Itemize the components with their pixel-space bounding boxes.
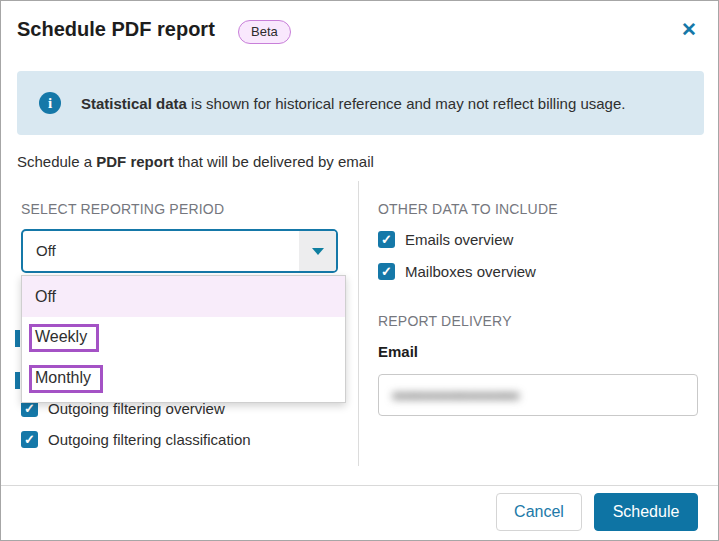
redacted-email-value: ●●●●●●●●●●●●●●●●● xyxy=(392,387,519,403)
report-delivery-label: REPORT DELIVERY xyxy=(378,313,512,329)
checkbox-checked[interactable]: ✓ xyxy=(21,431,38,448)
cancel-button[interactable]: Cancel xyxy=(496,493,582,531)
select-caret-zone[interactable] xyxy=(299,231,336,271)
chevron-down-icon xyxy=(312,248,324,255)
banner-text: Statistical data is shown for historical… xyxy=(81,95,625,112)
info-icon: i xyxy=(39,92,61,114)
footer-divider xyxy=(1,485,719,486)
beta-badge: Beta xyxy=(238,20,291,44)
close-icon[interactable]: ✕ xyxy=(677,18,701,42)
reporting-period-menu: Off Weekly Monthly xyxy=(21,275,346,403)
checkbox-label: Mailboxes overview xyxy=(405,263,536,280)
checkbox-checked[interactable]: ✓ xyxy=(378,231,395,248)
email-field[interactable]: ●●●●●●●●●●●●●●●●● xyxy=(378,374,698,416)
menu-option-off[interactable]: Off xyxy=(22,276,345,317)
reporting-period-select[interactable]: Off xyxy=(21,229,338,273)
checkbox-label: Emails overview xyxy=(405,231,513,248)
email-field-label: Email xyxy=(378,343,418,360)
menu-option-weekly[interactable]: Weekly xyxy=(22,317,345,358)
dialog-title: Schedule PDF report xyxy=(17,18,215,41)
reporting-period-label: SELECT REPORTING PERIOD xyxy=(21,201,224,217)
column-divider xyxy=(358,181,359,466)
checkbox-row-outgoing-classification: ✓ Outgoing filtering classification xyxy=(21,431,251,448)
select-value: Off xyxy=(36,242,56,259)
checkbox-row-mailboxes-overview: ✓ Mailboxes overview xyxy=(378,263,536,280)
schedule-pdf-report-dialog: Schedule PDF report Beta ✕ i Statistical… xyxy=(0,0,719,541)
menu-option-monthly[interactable]: Monthly xyxy=(22,358,345,399)
checkbox-label: Outgoing filtering classification xyxy=(48,431,251,448)
weekly-annotation-box: Weekly xyxy=(29,324,99,352)
checkbox-checked[interactable]: ✓ xyxy=(378,263,395,280)
hidden-checkbox-edge xyxy=(15,372,20,389)
intro-text: Schedule a PDF report that will be deliv… xyxy=(17,153,374,170)
schedule-button[interactable]: Schedule xyxy=(594,493,698,531)
checkbox-row-emails-overview: ✓ Emails overview xyxy=(378,231,513,248)
hidden-checkbox-edge xyxy=(15,330,20,347)
monthly-annotation-box: Monthly xyxy=(29,365,103,393)
other-data-label: OTHER DATA TO INCLUDE xyxy=(378,201,558,217)
info-banner: i Statistical data is shown for historic… xyxy=(17,71,704,135)
